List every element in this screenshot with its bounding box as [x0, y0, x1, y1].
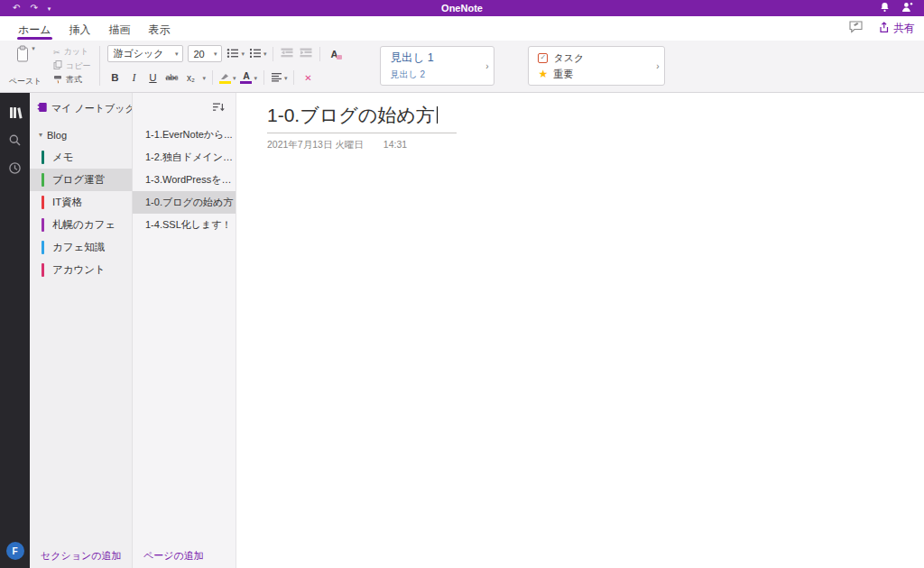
strikethrough-button[interactable]: abc: [164, 69, 179, 86]
add-section-button[interactable]: セクションの追加: [30, 543, 132, 568]
subscript-button[interactable]: x₂: [183, 69, 198, 86]
section-color-bar: [42, 151, 44, 164]
copy-icon: [53, 60, 62, 71]
page-item[interactable]: 1-1.EverNoteから...: [133, 124, 236, 146]
page-date: 2021年7月13日 火曜日: [267, 139, 364, 151]
section-item[interactable]: アカウント: [30, 259, 132, 281]
page-item[interactable]: 1-2.独自ドメイン…: [133, 146, 236, 169]
highlighter-icon: [219, 72, 231, 84]
titlebar-quick-actions: ↶ ↷ ▾: [13, 4, 51, 13]
bold-button[interactable]: B: [107, 69, 122, 86]
section-color-bar: [42, 196, 44, 209]
navigation-rail: F: [0, 93, 30, 568]
chevron-down-icon: ▾: [254, 75, 257, 81]
tab-draw[interactable]: 描画: [108, 16, 132, 41]
font-size-select[interactable]: 20 ▾: [188, 45, 222, 62]
tab-insert[interactable]: 挿入: [69, 16, 92, 41]
tag-task-label: タスク: [553, 51, 584, 65]
chevron-down-icon: ▾: [241, 50, 245, 57]
section-item[interactable]: カフェ知識: [30, 236, 132, 259]
indent-increase-icon: [300, 48, 312, 60]
redo-icon[interactable]: ↷: [30, 4, 37, 13]
section-group-blog[interactable]: ▾ Blog: [30, 124, 132, 146]
divider: [263, 70, 264, 85]
add-page-button[interactable]: ページの追加: [133, 543, 236, 568]
section-item[interactable]: 札幌のカフェ: [30, 214, 132, 236]
indent-increase-button[interactable]: [299, 46, 313, 62]
divider: [99, 46, 100, 86]
page-item[interactable]: 1-0.ブログの始め方: [133, 191, 236, 214]
user-avatar[interactable]: F: [6, 542, 24, 560]
highlight-color-button[interactable]: ▾: [219, 69, 236, 86]
numbered-list-button[interactable]: ▾: [249, 46, 267, 62]
section-item[interactable]: メモ: [30, 146, 132, 169]
tags-gallery[interactable]: ✓ タスク ★ 重要 ›: [528, 46, 665, 86]
clipboard-icon: [15, 45, 30, 67]
titlebar: ↶ ↷ ▾ OneNote: [0, 0, 924, 16]
ribbon: ▾ ペースト ✂ カット コピー 書式: [0, 41, 924, 93]
share-icon: [878, 22, 890, 36]
notebooks-icon[interactable]: [0, 98, 30, 126]
paste-button[interactable]: ▾ ペースト: [5, 43, 45, 88]
recent-notes-icon[interactable]: [0, 154, 30, 182]
paragraph-align-button[interactable]: ▾: [271, 69, 288, 86]
section-item[interactable]: ブログ運営: [30, 169, 132, 191]
tag-important[interactable]: ★ 重要: [538, 68, 642, 81]
format-painter-button[interactable]: 書式: [53, 74, 82, 86]
format-painter-label: 書式: [66, 74, 82, 86]
tag-task[interactable]: ✓ タスク: [538, 51, 642, 65]
notifications-bell-icon[interactable]: [880, 0, 890, 16]
section-label: アカウント: [52, 263, 106, 277]
cut-label: カット: [64, 46, 89, 58]
note-canvas[interactable]: 1-0.ブログの始め方 2021年7月13日 火曜日 14:31: [236, 93, 924, 568]
italic-button[interactable]: I: [126, 69, 141, 86]
chevron-down-icon[interactable]: ▾: [202, 75, 206, 81]
section-label: ブログ運営: [52, 173, 105, 187]
checkbox-icon: ✓: [538, 53, 548, 63]
titlebar-right: [880, 0, 913, 16]
app-title: OneNote: [0, 3, 924, 14]
cut-button[interactable]: ✂ カット: [53, 46, 88, 58]
chevron-down-icon: ▾: [39, 132, 42, 139]
star-icon: ★: [538, 69, 548, 79]
chevron-down-icon: ▾: [32, 45, 35, 51]
chevron-down-icon: ▾: [263, 50, 267, 57]
page-title-field[interactable]: 1-0.ブログの始め方: [267, 103, 457, 133]
clear-formatting-button[interactable]: A: [327, 46, 341, 62]
account-icon[interactable]: [901, 0, 913, 16]
pages-panel: 1-1.EverNoteから... 1-2.独自ドメイン… 1-3.WordPr…: [133, 93, 236, 568]
clear-formatting-icon: A: [330, 49, 337, 60]
font-color-icon: A: [240, 71, 252, 85]
chevron-down-icon: ▾: [175, 50, 179, 57]
section-item[interactable]: IT資格: [30, 191, 132, 214]
onenote-window: ↶ ↷ ▾ OneNote ホーム 挿入 描画 表示: [0, 0, 924, 568]
tab-home[interactable]: ホーム: [17, 16, 52, 41]
tab-view[interactable]: 表示: [148, 16, 171, 41]
sections-panel: マイ ノートブック ▾ ▾ Blog メモ ブログ運営 IT資格 札幌のカフ: [30, 93, 133, 568]
divider: [273, 47, 273, 61]
style-heading1[interactable]: 見出し 1: [390, 50, 471, 66]
sort-icon[interactable]: [212, 100, 225, 116]
page-title: 1-0.ブログの始め方: [267, 105, 435, 125]
notebook-switcher[interactable]: マイ ノートブック ▾: [30, 93, 132, 124]
font-name-select[interactable]: 游ゴシック ▾: [107, 45, 183, 62]
styles-expand-icon[interactable]: ›: [480, 47, 494, 85]
bullet-list-button[interactable]: ▾: [226, 46, 245, 62]
share-button[interactable]: 共有: [878, 21, 915, 36]
remove-tag-button[interactable]: ✕: [300, 69, 315, 86]
style-heading2[interactable]: 見出し 2: [390, 69, 471, 81]
font-color-button[interactable]: A ▾: [240, 69, 257, 86]
styles-gallery[interactable]: 見出し 1 見出し 2 ›: [380, 46, 494, 86]
undo-icon[interactable]: ↶: [13, 4, 20, 13]
indent-decrease-button[interactable]: [280, 46, 294, 62]
app-body: F マイ ノートブック ▾ ▾ Blog メモ ブログ運営: [0, 93, 924, 568]
page-item[interactable]: 1-3.WordPressを…: [133, 169, 236, 191]
page-item[interactable]: 1-4.SSL化します！: [133, 214, 236, 236]
underline-button[interactable]: U: [145, 69, 160, 86]
tags-expand-icon[interactable]: ›: [651, 47, 664, 85]
ribbon-tab-row: ホーム 挿入 描画 表示 共有: [0, 16, 924, 41]
comments-icon[interactable]: [848, 20, 864, 37]
search-icon[interactable]: [0, 126, 30, 154]
copy-button[interactable]: コピー: [53, 60, 90, 72]
chevron-down-icon[interactable]: ▾: [48, 5, 51, 12]
